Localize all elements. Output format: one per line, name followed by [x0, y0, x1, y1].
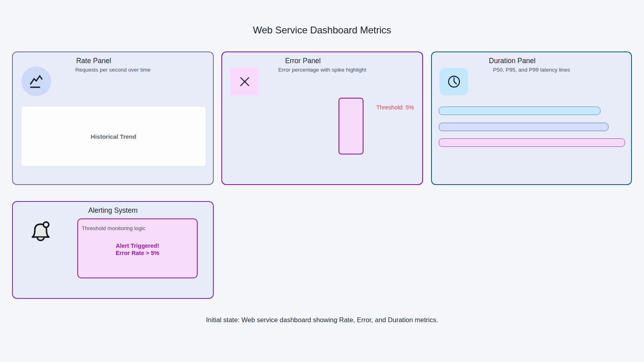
latency-bar-p50	[439, 107, 601, 115]
dashboard-page: Web Service Dashboard Metrics Rate Panel…	[0, 0, 644, 362]
rate-panel-title: Rate Panel	[13, 57, 213, 65]
historical-trend-box: Historical Trend	[21, 106, 206, 167]
rate-panel-card[interactable]: Rate Panel Requests per second over time…	[12, 51, 214, 185]
threshold-label: Threshold: 5%	[376, 104, 414, 111]
alerting-title: Alerting System	[13, 206, 213, 215]
alerting-system-card[interactable]: Alerting System Threshold monitoring log…	[12, 201, 214, 299]
x-icon	[230, 68, 259, 95]
state-caption: Initial state: Web service dashboard sho…	[0, 316, 644, 324]
latency-bars	[439, 107, 625, 154]
historical-trend-label: Historical Trend	[91, 133, 136, 140]
line-chart-icon	[21, 66, 51, 96]
page-title: Web Service Dashboard Metrics	[0, 25, 644, 36]
alert-box-label: Threshold monitoring logic	[82, 225, 145, 231]
error-spike-bar	[339, 98, 363, 154]
error-panel-card[interactable]: Error Panel Error percentage with spike …	[221, 51, 423, 185]
clock-icon	[440, 68, 468, 95]
bell-icon	[27, 220, 54, 243]
alert-box: Threshold monitoring logic Alert Trigger…	[77, 218, 198, 278]
latency-bar-p99	[439, 138, 625, 147]
latency-bar-p95	[439, 123, 609, 131]
alert-message: Alert Triggered! Error Rate > 5%	[78, 243, 197, 257]
alert-message-line1: Alert Triggered!	[78, 243, 197, 250]
alert-message-line2: Error Rate > 5%	[78, 250, 197, 257]
duration-panel-title: Duration Panel	[432, 57, 631, 65]
error-panel-title: Error Panel	[222, 57, 422, 65]
duration-panel-card[interactable]: Duration Panel P50, P95, and P99 latency…	[431, 51, 632, 185]
